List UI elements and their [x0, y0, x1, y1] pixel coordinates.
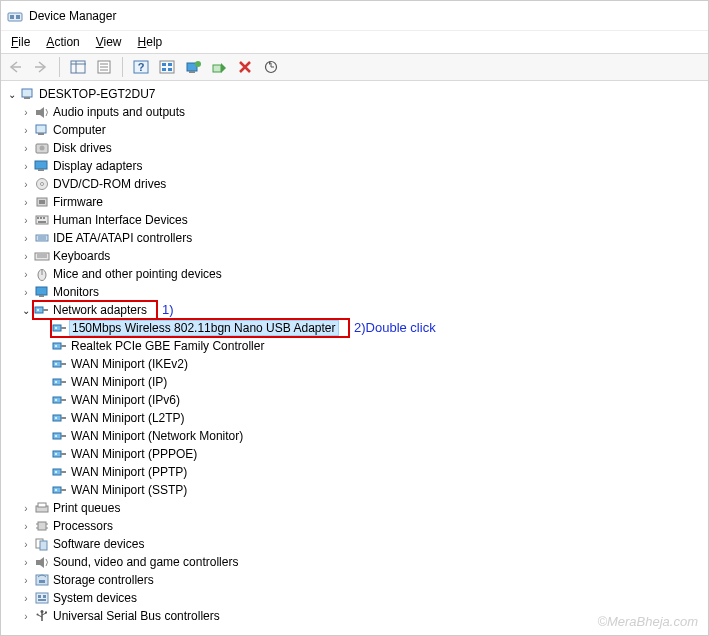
menu-help[interactable]: Help [132, 33, 169, 51]
svg-point-32 [41, 183, 44, 186]
svg-rect-36 [37, 217, 39, 219]
chevron-right-icon[interactable]: › [19, 287, 33, 298]
svg-rect-96 [38, 595, 41, 598]
svg-rect-91 [40, 541, 47, 550]
help-button[interactable]: ? [129, 56, 153, 78]
svg-rect-94 [39, 580, 45, 583]
svg-rect-14 [168, 63, 172, 66]
chevron-right-icon[interactable]: › [19, 161, 33, 172]
svg-point-55 [55, 327, 57, 329]
storage-icon [33, 572, 51, 588]
tree-device-network-adapter[interactable]: WAN Miniport (PPTP) [1, 463, 708, 481]
update-driver-button[interactable] [181, 56, 205, 78]
svg-point-76 [55, 453, 57, 455]
svg-rect-49 [39, 295, 44, 297]
chevron-right-icon[interactable]: › [19, 143, 33, 154]
svg-point-100 [37, 614, 39, 616]
tree-category[interactable]: ›Sound, video and game controllers [1, 553, 708, 571]
svg-rect-97 [43, 595, 46, 598]
svg-rect-85 [38, 522, 46, 530]
tree-device-network-adapter[interactable]: WAN Miniport (IP) [1, 373, 708, 391]
tree-device-network-adapter[interactable]: 150Mbps Wireless 802.11bgn Nano USB Adap… [1, 319, 708, 337]
tree-category[interactable]: ›Mice and other pointing devices [1, 265, 708, 283]
chevron-right-icon[interactable]: › [19, 503, 33, 514]
root-label: DESKTOP-EGT2DU7 [37, 87, 155, 101]
svg-rect-30 [38, 169, 44, 171]
network-adapter-icon [51, 428, 69, 444]
toolbar-separator [122, 57, 123, 77]
menu-file[interactable]: File [5, 33, 36, 51]
tree-device-network-adapter[interactable]: WAN Miniport (PPPOE) [1, 445, 708, 463]
svg-rect-51 [43, 309, 48, 311]
tree-device-network-adapter[interactable]: WAN Miniport (SSTP) [1, 481, 708, 499]
forward-button[interactable] [29, 56, 53, 78]
tree-category[interactable]: ›DVD/CD-ROM drives [1, 175, 708, 193]
tree-category[interactable]: ›Computer [1, 121, 708, 139]
chevron-down-icon[interactable]: ⌄ [5, 89, 19, 100]
chevron-right-icon[interactable]: › [19, 197, 33, 208]
chevron-right-icon[interactable]: › [19, 539, 33, 550]
back-button[interactable] [3, 56, 27, 78]
tree-device-network-adapter[interactable]: Realtek PCIe GBE Family Controller [1, 337, 708, 355]
svg-rect-37 [40, 217, 42, 219]
tree-category-network-adapters[interactable]: ⌄ Network adapters [1, 301, 708, 319]
action-button[interactable] [155, 56, 179, 78]
chevron-right-icon[interactable]: › [19, 521, 33, 532]
device-tree[interactable]: ⌄ DESKTOP-EGT2DU7 ›Audio inputs and outp… [1, 81, 708, 621]
tree-category[interactable]: ›Display adapters [1, 157, 708, 175]
svg-point-67 [55, 399, 57, 401]
tree-category[interactable]: ›Keyboards [1, 247, 708, 265]
chevron-right-icon[interactable]: › [19, 251, 33, 262]
category-label: Keyboards [51, 249, 110, 263]
tree-category[interactable]: ›Processors [1, 517, 708, 535]
category-label: Firmware [51, 195, 103, 209]
show-hide-tree-button[interactable] [66, 56, 90, 78]
chevron-right-icon[interactable]: › [19, 557, 33, 568]
tree-category[interactable]: ›Human Interface Devices [1, 211, 708, 229]
properties-button[interactable] [92, 56, 116, 78]
svg-rect-22 [22, 89, 32, 97]
tree-category[interactable]: ›Firmware [1, 193, 708, 211]
tree-device-network-adapter[interactable]: WAN Miniport (IKEv2) [1, 355, 708, 373]
chevron-right-icon[interactable]: › [19, 593, 33, 604]
mouse-icon [33, 266, 51, 282]
chevron-right-icon[interactable]: › [19, 269, 33, 280]
chevron-right-icon[interactable]: › [19, 107, 33, 118]
svg-rect-2 [16, 15, 20, 19]
tree-device-network-adapter[interactable]: WAN Miniport (L2TP) [1, 409, 708, 427]
chevron-right-icon[interactable]: › [19, 125, 33, 136]
network-adapter-icon [51, 410, 69, 426]
svg-rect-13 [162, 63, 166, 66]
category-label: System devices [51, 591, 137, 605]
tree-category[interactable]: ›Audio inputs and outputs [1, 103, 708, 121]
tree-device-network-adapter[interactable]: WAN Miniport (IPv6) [1, 391, 708, 409]
scan-hardware-button[interactable] [259, 56, 283, 78]
tree-category[interactable]: ›Software devices [1, 535, 708, 553]
chevron-down-icon[interactable]: ⌄ [19, 305, 33, 316]
device-label: 150Mbps Wireless 802.11bgn Nano USB Adap… [69, 320, 339, 336]
tree-category[interactable]: ›System devices [1, 589, 708, 607]
uninstall-button[interactable] [233, 56, 257, 78]
category-label: Disk drives [51, 141, 112, 155]
menu-action[interactable]: Action [40, 33, 85, 51]
computer-icon [33, 122, 51, 138]
chevron-right-icon[interactable]: › [19, 233, 33, 244]
tree-category[interactable]: ›Storage controllers [1, 571, 708, 589]
svg-rect-72 [61, 435, 66, 437]
svg-rect-48 [36, 287, 47, 295]
tree-category[interactable]: ›Monitors [1, 283, 708, 301]
chevron-right-icon[interactable]: › [19, 575, 33, 586]
menu-view[interactable]: View [90, 33, 128, 51]
tree-category[interactable]: ›IDE ATA/ATAPI controllers [1, 229, 708, 247]
svg-rect-98 [38, 599, 46, 601]
tree-root[interactable]: ⌄ DESKTOP-EGT2DU7 [1, 85, 708, 103]
chevron-right-icon[interactable]: › [19, 611, 33, 622]
chevron-right-icon[interactable]: › [19, 179, 33, 190]
chevron-right-icon[interactable]: › [19, 215, 33, 226]
svg-rect-24 [36, 110, 40, 115]
tree-category[interactable]: ›Print queues [1, 499, 708, 517]
tree-category[interactable]: ›Disk drives [1, 139, 708, 157]
enable-button[interactable] [207, 56, 231, 78]
firmware-icon [33, 194, 51, 210]
tree-device-network-adapter[interactable]: WAN Miniport (Network Monitor) [1, 427, 708, 445]
